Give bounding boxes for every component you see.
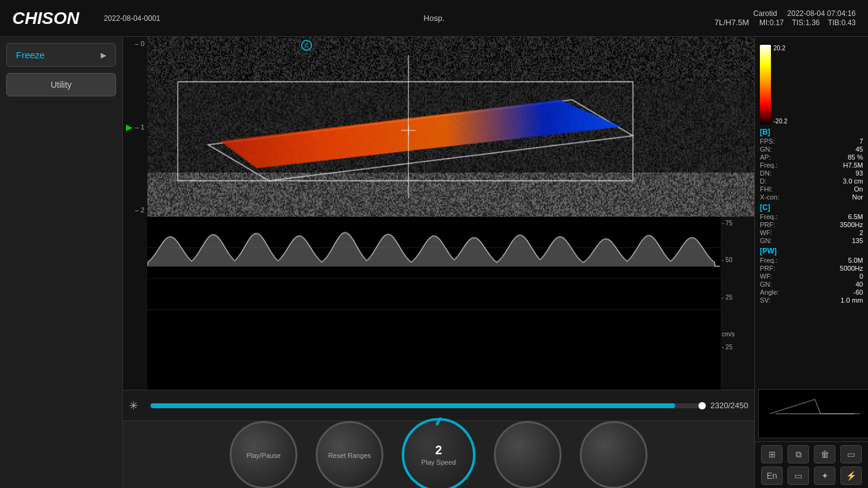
lang-button[interactable]: En (761, 467, 783, 485)
grid-icon: ⊞ (768, 449, 776, 459)
snowflake-icon: ✳ (129, 399, 138, 412)
timeline-counter: 2320/2450 (711, 401, 748, 410)
freeze-button[interactable]: Freeze ▶ (6, 43, 116, 67)
utility-button[interactable]: Utility (6, 73, 116, 96)
bluetooth-icon-button[interactable]: ✦ (814, 467, 835, 485)
timeline: ✳ 2320/2450 (123, 390, 754, 420)
scale-50: - 50 (722, 257, 753, 263)
waveform-y-scale-left (123, 217, 147, 341)
waveform-canvas2-container (147, 341, 721, 390)
play-indicator-icon: ▶ (126, 122, 133, 132)
param-dn: DN: 93 (760, 169, 863, 177)
header-record-info: 2022-08-04-0001 (104, 14, 160, 23)
scale-25: - 25 (722, 294, 753, 301)
param-xcon: X-con: Nor (760, 193, 863, 201)
icon-row-1: ⊞ ⧉ 🗑 ▭ (758, 445, 865, 463)
chevron-right-icon: ▶ (101, 51, 106, 60)
tib-value: TIB:0.43 (828, 18, 856, 27)
usb-icon-button[interactable]: ⚡ (840, 467, 862, 485)
timeline-bar[interactable] (151, 403, 705, 408)
utility-label: Utility (50, 80, 71, 90)
waveform-scale-right2: - 25 (721, 341, 754, 390)
controls-bar: Play/Pause Reset Ranges 2 Play Speed (123, 420, 754, 488)
reset-ranges-knob[interactable]: Reset Ranges (316, 421, 383, 489)
mini-waveform-canvas (759, 390, 868, 438)
freeze-label: Freeze (16, 50, 45, 60)
datetime: 2022-08-04 07:04:16 (788, 9, 856, 18)
header-hospital: Hosp. (424, 14, 445, 23)
ultrasound-image: C (147, 37, 754, 217)
mini-waveform (758, 389, 868, 438)
param-pw-gn: GN: 40 (760, 281, 863, 288)
param-pw-prf: PRF: 5000Hz (760, 265, 863, 272)
header-right-info: Carotid 2022-08-04 07:04:16 7L/H7.5M MI:… (714, 9, 856, 27)
cm-s-label: cm/s (722, 331, 753, 338)
scale-75: - 75 (722, 220, 753, 227)
param-c-gn: GN: 135 (760, 237, 863, 244)
param-c-freq: Freq.: 6.5M (760, 213, 863, 220)
param-pw-wf: WF: 0 (760, 273, 863, 280)
scale-0: – 0 (123, 40, 147, 47)
b-section-title: [B] (760, 128, 863, 136)
waveform-scale-right: - 75 - 50 - 25 cm/s (721, 217, 754, 341)
y-scale-left: – 0 – 1 – 2 ▶ (123, 37, 147, 217)
param-pw-freq: Freq.: 5.0M (760, 257, 863, 264)
lang-label: En (767, 471, 777, 481)
waveform-canvas (147, 217, 721, 341)
usb-icon: ⚡ (846, 471, 856, 481)
battery-icon-button[interactable]: ▭ (788, 467, 809, 485)
controls-container: ✳ 2320/2450 Play/Pause Reset Ranges 2 Pl… (123, 390, 754, 488)
param-freq: Freq.: H7.5M (760, 161, 863, 169)
param-d: D: 3.0 cm (760, 177, 863, 185)
waveform-y-scale2 (123, 341, 147, 390)
monitor-icon: ▭ (847, 449, 855, 459)
knob-5[interactable] (580, 421, 647, 489)
scale-2: – 2 (123, 206, 147, 214)
body-part: Carotid (753, 9, 777, 18)
play-speed-label: Play Speed (421, 459, 456, 466)
sidebar: Freeze ▶ Utility (0, 37, 123, 488)
probe: 7L/H7.5M (714, 18, 749, 27)
param-pw-angle: Angle: -60 (760, 289, 863, 296)
copy-icon: ⧉ (796, 449, 802, 460)
grid-icon-button[interactable]: ⊞ (761, 445, 783, 463)
param-ap: AP: 85 % (760, 153, 863, 161)
right-panel: 20.2 -20.2 [B] FPS: 7 GN: 45 AP: 85 % Fr… (754, 37, 868, 488)
record-id: 2022-08-04-0001 (104, 14, 160, 23)
param-c-prf: PRF: 3500Hz (760, 221, 863, 228)
monitor-icon-button[interactable]: ▭ (840, 445, 862, 463)
params-panel: 20.2 -20.2 [B] FPS: 7 GN: 45 AP: 85 % Fr… (755, 37, 868, 386)
trash-icon-button[interactable]: 🗑 (814, 445, 835, 463)
color-scale: 20.2 -20.2 (760, 45, 863, 125)
mi-value: MI:0.17 (759, 18, 784, 27)
param-fhi: FHI: On (760, 185, 863, 193)
color-gradient (760, 45, 771, 125)
waveform-canvas2 (147, 341, 721, 390)
icon-row-2: En ▭ ✦ ⚡ (758, 467, 865, 485)
waveform-area: - 75 - 50 - 25 cm/s (123, 217, 754, 341)
waveform-canvas-container (147, 217, 721, 341)
play-pause-knob[interactable]: Play/Pause (230, 421, 297, 489)
logo: CHISON (12, 9, 79, 28)
copy-icon-button[interactable]: ⧉ (788, 445, 809, 463)
bluetooth-icon: ✦ (821, 471, 829, 481)
tis-value: TIS:1.36 (792, 18, 819, 27)
knob-4[interactable] (494, 421, 561, 489)
imaging-area: – 0 – 1 – 2 ▶ C (123, 37, 754, 390)
bottom-right-panel: ⊞ ⧉ 🗑 ▭ En ▭ ✦ (755, 441, 868, 488)
play-pause-label: Play/Pause (246, 452, 281, 459)
header: CHISON 2022-08-04-0001 Hosp. Carotid 202… (0, 0, 868, 37)
param-c-wf: WF: 2 (760, 229, 863, 236)
timeline-thumb (698, 402, 706, 409)
ultrasound-image-area: – 0 – 1 – 2 ▶ C (123, 37, 754, 217)
scale-top: 20.2 (773, 45, 788, 52)
color-scale-labels: 20.2 -20.2 (773, 45, 788, 125)
center-content: – 0 – 1 – 2 ▶ C (123, 37, 754, 488)
param-gn: GN: 45 (760, 145, 863, 153)
battery-icon: ▭ (794, 471, 802, 481)
trash-icon: 🗑 (821, 449, 829, 459)
play-speed-knob[interactable]: 2 Play Speed (402, 418, 475, 489)
waveform-area2: - 25 (123, 341, 754, 390)
play-speed-value: 2 (435, 443, 442, 457)
param-fps: FPS: 7 (760, 137, 863, 145)
